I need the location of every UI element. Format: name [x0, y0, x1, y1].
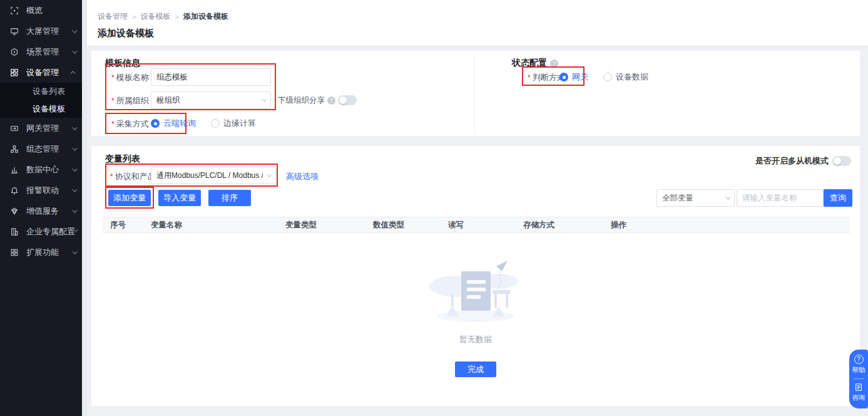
sidebar-item-label: 增值服务	[26, 205, 72, 217]
sidebar-item-label: 设备管理	[26, 67, 72, 78]
sidebar-item-label: 概览	[26, 5, 76, 16]
variable-list-title: 变量列表	[105, 153, 140, 165]
screen-icon	[10, 27, 19, 36]
column-header-actions: 操作	[603, 220, 850, 231]
sidebar-item-label: 报警联动	[26, 185, 72, 196]
empty-state-text: 暂无数据	[91, 334, 860, 345]
column-header-read-write: 读写	[441, 220, 516, 231]
status-config-title: 状态配置	[512, 58, 547, 69]
extension-icon	[10, 248, 19, 257]
consult-doc-icon[interactable]	[854, 383, 863, 392]
organization-select[interactable]: 根组织	[151, 91, 271, 109]
scene-icon	[10, 48, 19, 56]
breadcrumb-separator: >	[175, 13, 178, 21]
page-scrollbar[interactable]	[82, 0, 87, 416]
protocol-select-value: 通用Modbus/PLC/DL / Modbus / Modbus R1	[156, 170, 263, 181]
section-divider	[474, 56, 475, 135]
device-data-radio-label[interactable]: 设备数据	[616, 71, 648, 83]
sidebar-item-overview[interactable]: 概览	[0, 0, 82, 21]
sidebar-item-extensions[interactable]: 扩展功能	[0, 242, 82, 263]
variable-search-input[interactable]	[737, 189, 824, 207]
column-header-name: 变量名称	[143, 220, 278, 231]
done-button[interactable]: 完成	[455, 361, 496, 377]
sidebar-subitem-label: 设备模板	[33, 103, 65, 115]
chevron-down-icon	[262, 96, 267, 101]
organization-select-value: 根组织	[156, 95, 258, 106]
sidebar: 概览 大屏管理 场景管理 设备管理 设备列表 设备模板 网关管理	[0, 0, 82, 416]
add-variable-button[interactable]: 添加变量	[108, 190, 151, 206]
chevron-down-icon	[74, 229, 78, 232]
gateway-radio-label[interactable]: 网关	[572, 71, 588, 83]
breadcrumb-device-mgmt[interactable]: 设备管理	[98, 11, 128, 22]
sort-button[interactable]: 排序	[208, 190, 251, 206]
protocol-select[interactable]: 通用Modbus/PLC/DL / Modbus / Modbus R1	[151, 167, 276, 184]
device-data-radio[interactable]	[603, 73, 612, 81]
column-header-storage: 存储方式	[516, 220, 603, 231]
sidebar-item-value-services[interactable]: 增值服务	[0, 200, 82, 221]
breadcrumb: 设备管理 > 设备模板 > 添加设备模板	[98, 11, 228, 22]
floating-help-panel: ? 帮助 咨询	[849, 350, 868, 408]
consult-button-label[interactable]: 咨询	[852, 393, 865, 402]
advanced-options-link[interactable]: 高级选项	[286, 171, 319, 182]
required-mark: *	[110, 172, 113, 181]
breadcrumb-device-template[interactable]: 设备模板	[140, 11, 170, 22]
required-mark: *	[111, 73, 115, 82]
device-icon	[10, 68, 19, 77]
collect-method-label: *采集方式	[111, 118, 149, 130]
gateway-radio[interactable]	[559, 73, 568, 81]
sidebar-item-label: 扩展功能	[26, 247, 72, 258]
sidebar-item-enterprise-config[interactable]: 企业专属配置	[0, 221, 82, 242]
chevron-down-icon	[72, 125, 77, 130]
variable-table-header: 序号 变量名称 变量类型 数值类型 读写 存储方式 操作	[103, 217, 850, 233]
data-center-icon	[10, 165, 19, 174]
chevron-down-icon	[267, 172, 272, 177]
organization-label: *所属组织	[111, 95, 149, 107]
column-header-index: 序号	[103, 220, 143, 231]
app-root: 概览 大屏管理 场景管理 设备管理 设备列表 设备模板 网关管理	[0, 0, 868, 416]
panel-divider	[854, 378, 864, 379]
multi-slave-toggle[interactable]	[832, 156, 851, 166]
cloud-polling-label[interactable]: 云端轮询	[163, 118, 196, 129]
sidebar-item-label: 网关管理	[26, 123, 72, 134]
protocol-label: *协议和产品	[110, 171, 156, 182]
breadcrumb-separator: >	[132, 13, 136, 21]
sidebar-item-gateway-mgmt[interactable]: 网关管理	[0, 118, 82, 138]
help-icon[interactable]: ?	[854, 355, 864, 364]
help-button-label[interactable]: 帮助	[852, 366, 865, 375]
device-mgmt-submenu: 设备列表 设备模板	[0, 83, 82, 118]
sidebar-item-config-mgmt[interactable]: 组态管理	[0, 138, 82, 159]
empty-illustration	[422, 254, 529, 326]
variable-filter-value: 全部变量	[662, 193, 722, 204]
import-variable-button[interactable]: 导入变量	[158, 190, 201, 206]
cloud-polling-radio[interactable]	[151, 119, 160, 128]
sub-org-share-toggle[interactable]	[338, 95, 357, 105]
sidebar-item-screen-mgmt[interactable]: 大屏管理	[0, 21, 82, 41]
template-name-input[interactable]	[151, 68, 271, 86]
content-header: 设备管理 > 设备模板 > 添加设备模板 添加设备模板	[87, 0, 868, 46]
sidebar-item-alarm-linkage[interactable]: 报警联动	[0, 180, 82, 200]
sidebar-item-device-mgmt[interactable]: 设备管理	[0, 62, 82, 83]
edge-computing-label[interactable]: 边缘计算	[223, 118, 256, 129]
variable-list-card: 变量列表 *协议和产品 通用Modbus/PLC/DL / Modbus / M…	[91, 145, 860, 407]
sidebar-subitem-device-template[interactable]: 设备模板	[0, 100, 82, 118]
sidebar-item-data-center[interactable]: 数据中心	[0, 159, 82, 180]
info-icon[interactable]: ?	[327, 96, 335, 105]
sidebar-item-label: 场景管理	[26, 46, 72, 58]
sidebar-subitem-device-list[interactable]: 设备列表	[0, 83, 82, 100]
empty-state: 暂无数据	[91, 254, 860, 345]
sidebar-item-scene-mgmt[interactable]: 场景管理	[0, 41, 82, 62]
chevron-down-icon	[72, 187, 77, 192]
chevron-down-icon	[72, 145, 77, 150]
sidebar-item-label: 组态管理	[26, 143, 72, 155]
variable-filter-select[interactable]: 全部变量	[656, 189, 735, 207]
config-icon	[10, 145, 19, 153]
info-icon[interactable]: ?	[550, 60, 558, 68]
sidebar-item-label: 数据中心	[26, 164, 72, 175]
chevron-down-icon	[72, 207, 77, 212]
required-mark: *	[111, 96, 115, 105]
query-button[interactable]: 查询	[824, 189, 852, 207]
template-info-card: 模板信息 *模板名称 *所属组织 根组织 下级组织分享 ? *采集方式 云端轮询	[91, 50, 860, 137]
sub-org-share-label: 下级组织分享	[278, 95, 325, 106]
breadcrumb-current: 添加设备模板	[183, 11, 228, 22]
edge-computing-radio[interactable]	[211, 119, 220, 128]
